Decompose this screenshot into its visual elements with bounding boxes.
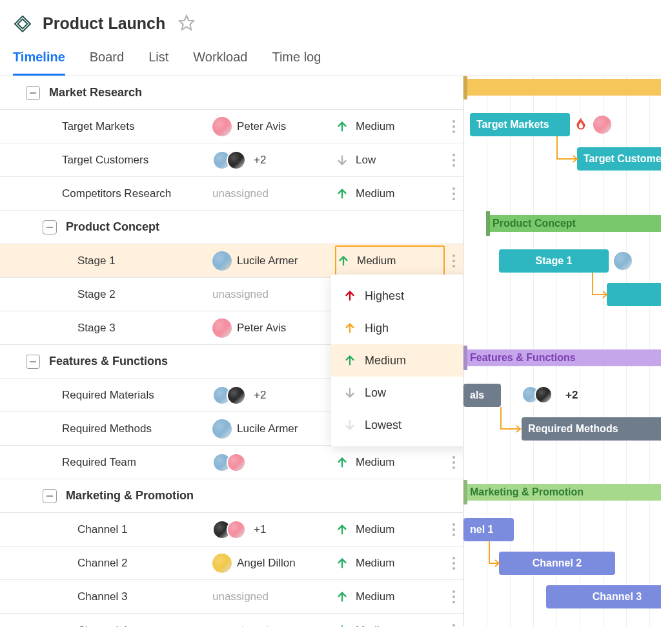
task-name: Stage 3 [77, 322, 116, 335]
task-name: Target Customers [62, 154, 148, 167]
assignee-cell[interactable]: Lucile Armer [212, 251, 335, 271]
group-row[interactable]: Marketing & Promotion [0, 479, 463, 513]
app-logo [13, 14, 32, 34]
tab-list[interactable]: List [148, 50, 168, 76]
assignee-cell[interactable]: Lucile Armer [212, 419, 335, 439]
task-row[interactable]: Channel 3unassignedMedium [0, 580, 463, 614]
gantt-bar-label: nel 1 [470, 524, 493, 535]
priority-label: Medium [356, 590, 394, 603]
priority-cell[interactable]: Medium [335, 556, 445, 570]
svg-marker-0 [179, 16, 194, 30]
row-menu-button[interactable] [445, 119, 463, 134]
assignee-cell[interactable]: Peter Avis [212, 117, 335, 136]
group-name: Features & Functions [49, 355, 168, 368]
svg-point-26 [453, 461, 455, 464]
assignee-cell[interactable]: unassigned [212, 187, 335, 200]
assignee-cell[interactable]: Angel Dillon [212, 554, 335, 573]
svg-point-32 [453, 562, 455, 565]
assignee-cell[interactable]: unassigned [212, 288, 335, 301]
tab-workload[interactable]: Workload [193, 50, 247, 76]
svg-point-12 [453, 265, 455, 267]
gantt-task-bar[interactable]: Stage 1 [499, 249, 609, 273]
gantt-group-bar[interactable]: Features & Functions [463, 349, 661, 366]
gantt-task-bar[interactable]: Required Methods [522, 417, 661, 441]
row-menu-button[interactable] [445, 153, 463, 167]
group-row[interactable]: Market Research [0, 76, 463, 110]
priority-option-lowest[interactable]: Lowest [331, 409, 463, 441]
avatar [212, 251, 232, 271]
svg-point-4 [453, 154, 455, 156]
task-row[interactable]: Channel 1+1Medium [0, 513, 463, 546]
collapse-toggle[interactable] [43, 220, 57, 234]
assignee-cell[interactable]: unassigned [212, 624, 335, 627]
row-menu-button[interactable] [445, 556, 463, 570]
task-row[interactable]: Target MarketsPeter AvisMedium [0, 110, 463, 143]
task-row[interactable]: Competitors ResearchunassignedMedium [0, 177, 463, 211]
gantt-bar-label: Product Concept [493, 218, 576, 229]
tab-board[interactable]: Board [90, 50, 124, 76]
avatar [227, 151, 246, 170]
svg-point-36 [453, 601, 455, 603]
assignee-cell[interactable] [212, 453, 335, 472]
gantt-task-bar[interactable]: Channel 2 [499, 552, 615, 575]
group-row[interactable]: Product Concept [0, 211, 463, 244]
svg-point-34 [453, 590, 455, 593]
assignee-cell[interactable]: +1 [212, 520, 335, 539]
gantt-task-bar[interactable]: nel 1 [463, 518, 514, 541]
priority-cell[interactable]: Medium [335, 119, 445, 134]
priority-option-label: Highest [365, 289, 404, 303]
priority-cell[interactable]: Medium [335, 245, 445, 276]
gantt-task-bar[interactable]: Channel 3 [546, 585, 661, 608]
row-menu-button[interactable] [445, 455, 463, 470]
unassigned-label: unassigned [212, 590, 269, 603]
task-row[interactable]: Channel 4unassignedMedium [0, 614, 463, 627]
task-name: Channel 1 [77, 523, 128, 536]
row-menu-button[interactable] [445, 590, 463, 604]
priority-cell[interactable]: Medium [335, 623, 445, 627]
row-menu-button[interactable] [445, 187, 463, 201]
task-row[interactable]: Stage 1Lucile ArmerMedium [0, 244, 463, 278]
collapse-toggle[interactable] [26, 86, 40, 100]
gantt-bar-label: Target Markets [476, 119, 549, 130]
collapse-toggle[interactable] [43, 489, 57, 503]
priority-cell[interactable]: Low [335, 153, 445, 167]
priority-cell[interactable]: Medium [335, 455, 445, 470]
svg-point-1 [453, 120, 455, 123]
task-name: Channel 2 [77, 557, 128, 570]
assignee-cell[interactable]: Peter Avis [212, 318, 335, 338]
gantt-group-bar[interactable]: Product Concept [486, 215, 661, 232]
row-menu-button[interactable] [445, 254, 463, 268]
priority-cell[interactable]: Medium [335, 523, 445, 537]
collapse-toggle[interactable] [26, 355, 40, 369]
priority-dropdown: HighestHighMediumLowLowest [331, 275, 463, 446]
assignee-cell[interactable]: +2 [212, 386, 335, 405]
gantt-task-bar[interactable] [607, 283, 661, 306]
svg-point-10 [453, 254, 455, 257]
tab-time-log[interactable]: Time log [272, 50, 321, 76]
priority-option-low[interactable]: Low [331, 377, 463, 409]
priority-option-high[interactable]: High [331, 312, 463, 344]
row-menu-button[interactable] [445, 523, 463, 537]
unassigned-label: unassigned [212, 187, 269, 200]
assignee-cell[interactable]: unassigned [212, 590, 335, 603]
gantt-group-bar[interactable]: Marketing & Promotion [463, 484, 661, 501]
priority-cell[interactable]: Medium [335, 590, 445, 604]
priority-option-medium[interactable]: Medium [331, 344, 463, 377]
priority-cell[interactable]: Medium [335, 187, 445, 201]
assignee-cell[interactable]: +2 [212, 151, 335, 170]
row-menu-button[interactable] [445, 623, 463, 627]
gantt-task-bar[interactable]: als+2 [463, 384, 501, 407]
avatar [593, 116, 611, 134]
priority-option-highest[interactable]: Highest [331, 280, 463, 312]
task-row[interactable]: Channel 2Angel DillonMedium [0, 546, 463, 580]
assignee-name: Lucile Armer [237, 254, 298, 267]
gantt-task-bar[interactable]: Target Customers [577, 147, 661, 171]
task-row[interactable]: Required TeamMedium [0, 446, 463, 479]
priority-label: Medium [356, 456, 394, 469]
svg-point-31 [453, 557, 455, 559]
tab-timeline[interactable]: Timeline [13, 50, 65, 76]
favorite-button[interactable] [176, 12, 198, 36]
gantt-task-bar[interactable]: Target Markets [470, 113, 570, 136]
gantt-group-bar[interactable] [463, 79, 661, 96]
task-row[interactable]: Target Customers+2Low [0, 143, 463, 177]
